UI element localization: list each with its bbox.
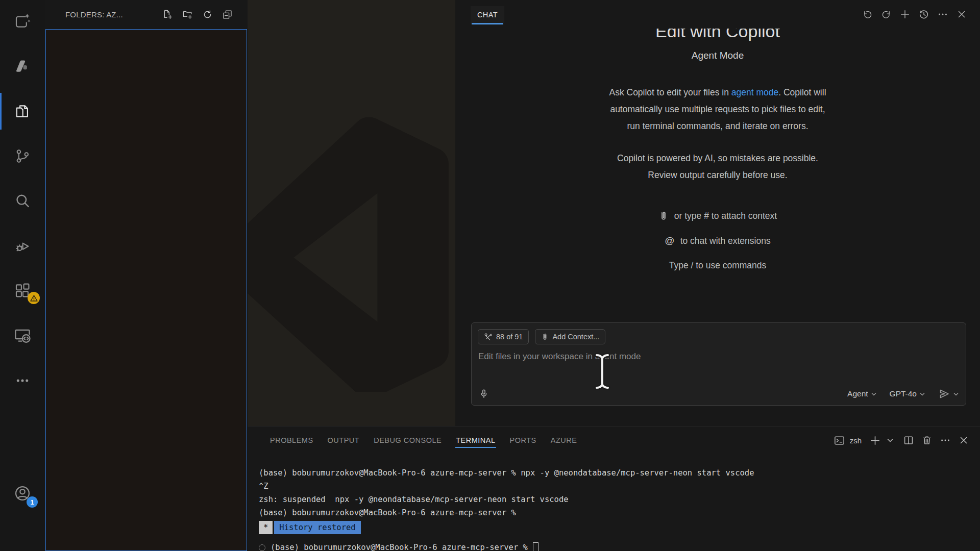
shell-label: zsh (850, 436, 862, 445)
chevron-down-icon (871, 392, 876, 396)
tab-azure[interactable]: AZURE (550, 432, 578, 449)
terminal-line: ^Z (259, 480, 976, 493)
activity-more[interactable] (0, 362, 45, 399)
refresh-icon (202, 9, 213, 20)
launch-profile-button[interactable] (884, 434, 896, 446)
chevron-down-icon (953, 392, 959, 396)
explorer-icon (14, 103, 31, 120)
sidebar-header: FOLDERS: AZ... (45, 0, 248, 29)
activity-explorer[interactable] (0, 93, 45, 130)
chat-close-button[interactable] (955, 8, 968, 20)
p1-line3: run terminal commands, and iterate on er… (627, 121, 808, 131)
terminal-prompt-text: (base) boburumurzokov@MacBook-Pro-6 azur… (271, 541, 528, 551)
sidebar-title: FOLDERS: AZ... (65, 10, 161, 19)
history-restored-line: * History restored (259, 520, 976, 535)
add-context-label: Add Context... (552, 333, 599, 341)
new-terminal-button[interactable] (869, 434, 881, 446)
activity-azure-extension[interactable] (0, 48, 45, 85)
terminal-line: zsh: suspended npx -y @neondatabase/mcp-… (259, 493, 976, 506)
panel-close-button[interactable] (958, 434, 970, 446)
send-button[interactable] (938, 388, 959, 400)
tab-problems[interactable]: PROBLEMS (270, 432, 314, 449)
terminal-tab-underline (455, 447, 496, 448)
mode-label: Agent (847, 389, 868, 398)
tab-ports[interactable]: PORTS (509, 432, 537, 449)
chat-more-button[interactable] (937, 8, 949, 20)
split-terminal-button[interactable] (902, 434, 915, 446)
tab-debug-console[interactable]: DEBUG CONSOLE (373, 432, 442, 449)
activity-remote-explorer[interactable] (0, 317, 45, 354)
undo-icon (862, 9, 873, 20)
new-folder-button[interactable] (181, 9, 193, 21)
hint-attach-context: or type # to attach context (455, 210, 980, 221)
send-icon (938, 388, 950, 400)
terminal-output[interactable]: (base) boburumurzokov@MacBook-Pro-6 azur… (259, 466, 976, 551)
redo-icon (881, 9, 892, 20)
undo-button[interactable] (861, 8, 873, 20)
history-icon (918, 9, 929, 20)
new-folder-icon (182, 9, 193, 20)
chat-tab-label: CHAT (477, 11, 498, 19)
panel-actions: zsh (834, 427, 970, 454)
activity-copilot-edits[interactable] (0, 3, 45, 40)
trash-icon (921, 435, 933, 446)
terminal-line: (base) boburumurzokov@MacBook-Pro-6 azur… (259, 506, 976, 519)
tools-count-label: 88 of 91 (496, 333, 523, 341)
run-debug-icon (14, 237, 31, 255)
panel-more-button[interactable] (939, 434, 951, 446)
hint-attach-label: or type # to attach context (674, 211, 777, 221)
activity-bar: 1 ⚙ 1 (0, 0, 45, 551)
new-file-icon (162, 9, 173, 20)
tools-count-pill[interactable]: 88 of 91 (478, 329, 529, 344)
close-icon (956, 9, 967, 20)
explorer-tree[interactable] (45, 29, 247, 551)
paperclip-icon (541, 332, 549, 341)
add-context-button[interactable]: Add Context... (535, 329, 605, 344)
terminal-icon (834, 435, 845, 446)
activity-search[interactable] (0, 183, 45, 219)
new-file-button[interactable] (161, 9, 174, 21)
copilot-edits-icon (14, 13, 31, 30)
azure-logo-icon (13, 57, 32, 76)
at-icon: @ (665, 235, 674, 246)
search-icon (14, 192, 31, 210)
terminal-line: (base) boburumurzokov@MacBook-Pro-6 azur… (259, 466, 976, 480)
mic-button[interactable] (478, 388, 490, 400)
active-indicator (0, 93, 2, 130)
accounts-badge: 1 (27, 496, 38, 508)
close-icon (958, 435, 969, 446)
paperclip-icon (658, 210, 669, 221)
redo-button[interactable] (880, 8, 892, 20)
terminal-tab-label: TERMINAL (456, 436, 495, 444)
p1-text-a: Ask Copilot to edit your files in (609, 87, 731, 97)
more-icon (940, 435, 951, 446)
refresh-button[interactable] (201, 9, 213, 21)
collapse-all-button[interactable] (221, 9, 233, 21)
mode-picker[interactable]: Agent (847, 389, 876, 398)
model-picker[interactable]: GPT-4o (890, 389, 925, 398)
history-star-chip: * (259, 521, 273, 534)
activity-extensions[interactable] (0, 272, 45, 309)
panel-tabs: PROBLEMS OUTPUT DEBUG CONSOLE TERMINAL P… (263, 427, 584, 454)
tab-chat[interactable]: CHAT (471, 6, 504, 23)
activity-accounts[interactable]: 1 (0, 475, 45, 512)
p1-line2: automatically use multiple requests to p… (610, 104, 825, 114)
tools-icon (484, 333, 493, 341)
terminal-shell-button[interactable] (834, 434, 846, 446)
kill-terminal-button[interactable] (921, 434, 933, 446)
new-chat-button[interactable] (899, 8, 911, 20)
chat-input-placeholder[interactable]: Edit files in your workspace in agent mo… (478, 352, 960, 362)
tab-output[interactable]: OUTPUT (327, 432, 360, 449)
command-decoration-icon (259, 544, 265, 551)
tab-terminal[interactable]: TERMINAL (455, 432, 496, 449)
chat-history-button[interactable] (918, 8, 930, 20)
activity-run-debug[interactable] (0, 228, 45, 264)
editor-area[interactable] (248, 0, 455, 426)
chat-title: Edit with Copilot (455, 29, 980, 41)
source-control-icon (14, 147, 31, 165)
chat-input-box[interactable]: 88 of 91 Add Context... Edit files in yo… (471, 322, 966, 406)
hint-commands-label: Type / to use commands (669, 260, 767, 271)
agent-mode-link[interactable]: agent mode (731, 87, 778, 97)
more-icon (15, 373, 30, 388)
activity-source-control[interactable] (0, 138, 45, 174)
